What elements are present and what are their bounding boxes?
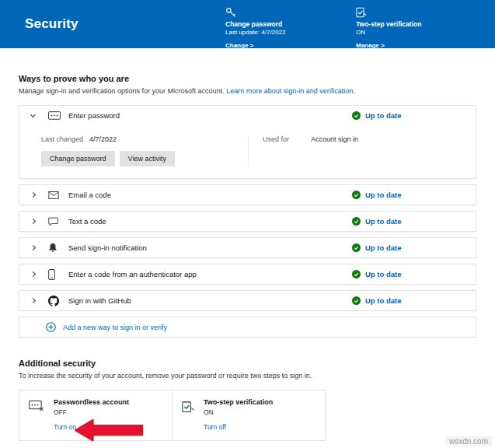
- watermark: wsxdn.com: [445, 436, 492, 446]
- chevron-right-icon: [31, 299, 48, 303]
- row-github-toggle[interactable]: Sign in with GitHub Up to date: [19, 291, 476, 310]
- status-text: Up to date: [365, 270, 401, 278]
- used-for-value: Account sign in: [311, 135, 358, 143]
- row-authenticator-app-toggle[interactable]: Enter a code from an authenticator app U…: [19, 264, 476, 284]
- add-sign-in-method-row[interactable]: Add a new way to sign in or verify: [19, 317, 476, 338]
- row-label: Email a code: [68, 191, 111, 199]
- status-text: Up to date: [365, 191, 401, 199]
- status-up-to-date: Up to date: [352, 264, 401, 284]
- check-circle-icon: [352, 111, 361, 120]
- additional-security-heading: Additional security: [19, 359, 476, 368]
- used-for-label: Used for: [263, 135, 311, 143]
- header-card-subtitle: ON: [356, 29, 465, 37]
- change-password-button[interactable]: Change password: [41, 151, 115, 166]
- page-title: Security: [25, 16, 78, 32]
- row-authenticator-app: Enter a code from an authenticator app U…: [19, 264, 476, 285]
- learn-more-link[interactable]: Learn more about sign-in and verificatio…: [226, 87, 355, 95]
- additional-security-cards: Passwordless account OFF Turn on Two-ste…: [19, 390, 476, 441]
- row-enter-password: Enter password Up to date Last changed4/…: [19, 105, 476, 179]
- used-for-row: Used forAccount sign in: [263, 135, 466, 143]
- check-circle-icon: [352, 270, 361, 278]
- turn-on-link[interactable]: Turn on: [54, 423, 76, 431]
- row-send-notification-toggle[interactable]: Send sign-in notification Up to date: [19, 238, 476, 257]
- passwordless-icon: [29, 398, 44, 432]
- ways-description-text: Manage sign-in and verification options …: [19, 87, 226, 95]
- turn-off-link[interactable]: Turn off: [204, 423, 226, 431]
- last-changed-label: Last changed: [41, 135, 89, 143]
- status-up-to-date: Up to date: [352, 291, 401, 310]
- passwordless-card-state: OFF: [54, 408, 129, 416]
- status-up-to-date: Up to date: [352, 106, 401, 125]
- last-changed-value: 4/7/2022: [89, 135, 117, 143]
- two-step-verification-card: Two-step verification ON Turn off: [172, 390, 326, 441]
- row-label: Enter a code from an authenticator app: [68, 270, 197, 278]
- row-text-code: Text a code Up to date: [19, 211, 476, 232]
- check-circle-icon: [352, 243, 361, 252]
- main-content: Ways to prove who you are Manage sign-in…: [0, 74, 495, 441]
- row-send-notification: Send sign-in notification Up to date: [19, 237, 476, 258]
- github-icon: [48, 296, 68, 306]
- header-card-change-password: Change password Last update: 4/7/2022 Ch…: [225, 7, 334, 51]
- status-text: Up to date: [365, 217, 401, 226]
- add-sign-in-method-label: Add a new way to sign in or verify: [63, 324, 167, 331]
- row-email-code: Email a code Up to date: [19, 184, 476, 205]
- status-up-to-date: Up to date: [352, 238, 401, 257]
- row-label: Sign in with GitHub: [68, 296, 131, 305]
- header-card-title: Change password: [225, 20, 334, 29]
- email-icon: [48, 191, 68, 199]
- chevron-right-icon: [31, 272, 48, 276]
- manage-two-step-link[interactable]: Manage >: [356, 41, 385, 51]
- row-label: Text a code: [68, 217, 106, 226]
- password-details-panel: Last changed4/7/2022 Change password Vie…: [19, 125, 476, 178]
- chevron-right-icon: [31, 193, 48, 197]
- check-circle-icon: [352, 217, 361, 226]
- chevron-right-icon: [31, 219, 48, 223]
- ways-description: Manage sign-in and verification options …: [19, 87, 476, 95]
- row-label: Send sign-in notification: [68, 243, 147, 252]
- status-up-to-date: Up to date: [352, 212, 401, 231]
- check-circle-icon: [352, 296, 361, 305]
- status-up-to-date: Up to date: [352, 185, 401, 205]
- status-text: Up to date: [365, 111, 401, 120]
- last-changed-row: Last changed4/7/2022: [41, 135, 248, 143]
- row-github: Sign in with GitHub Up to date: [19, 290, 476, 311]
- key-icon: [225, 7, 334, 18]
- ways-heading: Ways to prove who you are: [19, 74, 476, 83]
- row-text-code-toggle[interactable]: Text a code Up to date: [19, 212, 476, 231]
- two-step-card-state: ON: [204, 408, 273, 416]
- header-card-two-step: Two-step verification ON Manage >: [356, 7, 465, 51]
- header-card-title: Two-step verification: [356, 20, 465, 29]
- bell-icon: [48, 243, 68, 253]
- change-password-link[interactable]: Change >: [225, 41, 253, 51]
- row-enter-password-toggle[interactable]: Enter password Up to date: [19, 106, 476, 125]
- passwordless-account-card: Passwordless account OFF Turn on: [19, 390, 173, 441]
- check-circle-icon: [352, 191, 361, 199]
- row-email-code-toggle[interactable]: Email a code Up to date: [19, 185, 476, 205]
- message-icon: [48, 217, 68, 226]
- passwordless-card-title: Passwordless account: [54, 398, 129, 407]
- password-icon: [48, 111, 68, 120]
- additional-security-description: To increase the security of your account…: [19, 372, 476, 380]
- header-card-subtitle: Last update: 4/7/2022: [225, 29, 334, 37]
- view-activity-button[interactable]: View activity: [120, 151, 175, 166]
- shield-check-icon: [356, 7, 465, 18]
- row-label: Enter password: [68, 111, 120, 120]
- two-step-icon: [182, 398, 194, 432]
- status-text: Up to date: [365, 243, 401, 252]
- plus-circle-icon: [46, 322, 56, 332]
- phone-icon: [48, 269, 68, 280]
- header: Security Change password Last update: 4/…: [0, 0, 495, 48]
- status-text: Up to date: [365, 296, 401, 305]
- chevron-right-icon: [31, 246, 48, 250]
- chevron-down-icon: [31, 114, 48, 117]
- two-step-card-title: Two-step verification: [204, 398, 273, 407]
